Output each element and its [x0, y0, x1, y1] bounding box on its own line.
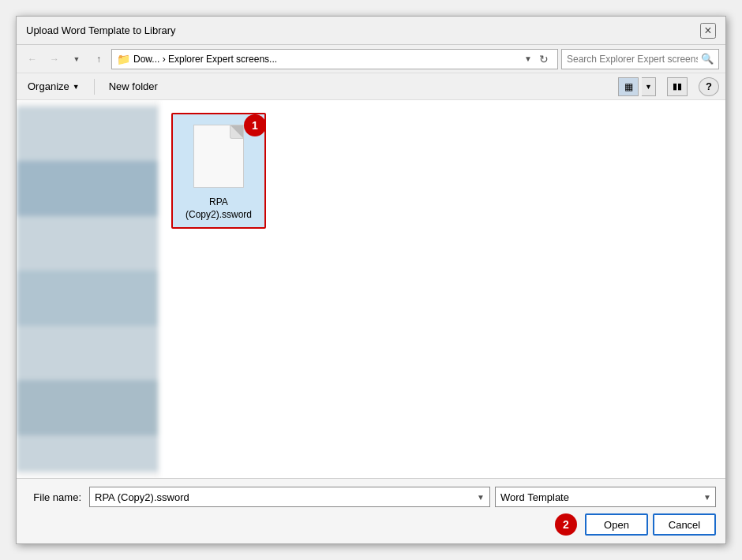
- dialog-title: Upload Word Template to Library: [26, 24, 176, 36]
- file-name-label: File name:: [26, 491, 81, 503]
- file-name-row: File name: RPA (Copy2).ssword ▼ Word Tem…: [26, 487, 716, 507]
- file-icon-wrapper: 1: [187, 121, 250, 192]
- file-item[interactable]: 1 RPA (Copy2).ssword: [171, 113, 266, 229]
- organize-label: Organize: [28, 80, 69, 92]
- file-area: 1 RPA (Copy2).ssword: [159, 100, 725, 478]
- new-folder-button[interactable]: New folder: [104, 78, 163, 95]
- sidebar: [17, 100, 159, 478]
- search-input[interactable]: [567, 54, 698, 65]
- file-type-select-wrapper: Word Template ▼: [495, 487, 716, 507]
- bottom-bar: File name: RPA (Copy2).ssword ▼ Word Tem…: [17, 478, 725, 543]
- file-name-display[interactable]: RPA (Copy2).ssword ▼: [89, 487, 490, 507]
- folder-icon: 📁: [117, 53, 130, 65]
- organize-button[interactable]: Organize ▼: [23, 78, 84, 95]
- new-folder-label: New folder: [109, 80, 158, 92]
- search-icon: 🔍: [701, 53, 714, 65]
- open-button[interactable]: Open: [585, 513, 648, 536]
- file-label: RPA (Copy2).ssword: [186, 196, 252, 221]
- close-button[interactable]: ×: [700, 23, 716, 39]
- toolbar: Organize ▼ New folder ▦ ▼ ▮▮ ?: [17, 73, 725, 100]
- file-icon-paper: [193, 125, 244, 188]
- address-dropdown-arrow[interactable]: ▼: [524, 54, 532, 63]
- refresh-button[interactable]: ↻: [535, 50, 553, 68]
- search-bar: 🔍: [561, 49, 719, 69]
- pane-button[interactable]: ▮▮: [667, 77, 688, 96]
- file-name-value: RPA (Copy2).ssword: [95, 491, 189, 503]
- help-button[interactable]: ?: [699, 77, 719, 96]
- toolbar-right: ▦ ▼ ▮▮ ?: [618, 77, 719, 96]
- view-button[interactable]: ▦: [618, 77, 639, 96]
- dropdown-history-button[interactable]: ▼: [67, 50, 86, 69]
- sidebar-blurred: [17, 106, 158, 472]
- back-button[interactable]: ←: [23, 50, 42, 69]
- forward-button[interactable]: →: [45, 50, 64, 69]
- action-row: 2 Open Cancel: [26, 513, 716, 536]
- title-bar: Upload Word Template to Library ×: [17, 17, 725, 45]
- nav-bar: ← → ▼ ↑ 📁 Dow... › Explorer Expert scree…: [17, 45, 725, 73]
- annotation-badge-1: 1: [244, 114, 266, 136]
- address-bar: 📁 Dow... › Explorer Expert screens... ▼ …: [111, 49, 558, 69]
- up-button[interactable]: ↑: [89, 50, 108, 69]
- main-content: 1 RPA (Copy2).ssword: [17, 100, 725, 478]
- file-name-dropdown-arrow[interactable]: ▼: [477, 493, 485, 502]
- toolbar-separator: [94, 79, 95, 95]
- cancel-button[interactable]: Cancel: [653, 513, 716, 536]
- annotation-badge-2: 2: [555, 513, 577, 536]
- address-text: Dow... › Explorer Expert screens...: [133, 54, 518, 65]
- file-type-select[interactable]: Word Template: [495, 487, 716, 507]
- view-dropdown-button[interactable]: ▼: [642, 77, 656, 96]
- action-buttons-area: 2 Open Cancel: [555, 513, 716, 536]
- upload-dialog: Upload Word Template to Library × ← → ▼ …: [16, 16, 726, 544]
- organize-dropdown-arrow: ▼: [73, 83, 80, 91]
